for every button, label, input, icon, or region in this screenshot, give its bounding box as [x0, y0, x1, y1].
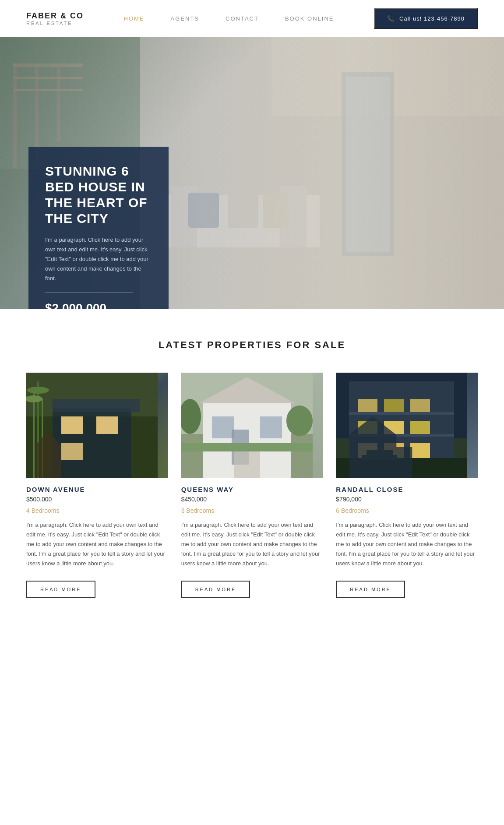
svg-rect-35	[260, 416, 282, 438]
section-title: LATEST PROPERTIES FOR SALE	[26, 339, 478, 351]
hero-description: I'm a paragraph. Click here to add your …	[45, 235, 152, 283]
svg-rect-56	[349, 434, 454, 437]
property-1-price: $500,000	[26, 496, 168, 503]
nav-contact[interactable]: CONTACT	[226, 15, 259, 22]
read-more-button-1[interactable]: READ MORE	[26, 581, 95, 598]
property-3-price: $790,000	[336, 496, 478, 503]
nav-book-online[interactable]: BOOK ONLINE	[285, 15, 334, 22]
svg-rect-12	[188, 193, 219, 228]
property-2-desc: I'm a paragraph. Click here to add your …	[181, 520, 323, 568]
property-1-beds: 4 Bedrooms	[26, 507, 168, 514]
property-3-scene	[336, 373, 478, 478]
hero-divider	[45, 292, 133, 293]
svg-rect-4	[57, 63, 60, 142]
hero-title: STUNNING 6 BED HOUSE IN THE HEART OF THE…	[45, 163, 152, 226]
nav-agents[interactable]: AGENTS	[171, 15, 199, 22]
svg-rect-7	[13, 89, 83, 91]
logo-subtitle: REAL ESTATE	[26, 21, 84, 26]
property-card-1: DOWN AVENUE $500,000 4 Bedrooms I'm a pa…	[26, 373, 168, 598]
phone-icon	[387, 15, 395, 22]
svg-rect-2	[13, 63, 17, 169]
svg-rect-17	[346, 77, 390, 252]
svg-rect-34	[212, 416, 234, 438]
svg-rect-24	[61, 443, 83, 460]
properties-grid: DOWN AVENUE $500,000 4 Bedrooms I'm a pa…	[26, 373, 478, 598]
property-2-scene	[181, 373, 323, 478]
svg-point-38	[286, 405, 313, 436]
property-card-3: RANDALL CLOSE $790,000 6 Bedrooms I'm a …	[336, 373, 478, 598]
svg-rect-23	[96, 416, 118, 434]
hero-price: $2,000,000	[45, 301, 152, 309]
svg-rect-40	[234, 451, 260, 478]
logo: FABER & CO REAL ESTATE	[26, 11, 84, 26]
property-image-2	[181, 373, 323, 478]
svg-rect-53	[336, 458, 467, 478]
property-image-1	[26, 373, 168, 478]
svg-rect-13	[228, 193, 258, 228]
read-more-button-2[interactable]: READ MORE	[181, 581, 250, 598]
svg-rect-14	[263, 193, 289, 228]
property-1-scene	[26, 373, 168, 478]
call-label: Call us! 123-456-7890	[399, 15, 465, 22]
nav-home[interactable]: HOME	[124, 15, 145, 22]
svg-rect-49	[410, 421, 430, 436]
svg-rect-45	[384, 443, 404, 458]
svg-rect-57	[349, 412, 454, 415]
svg-rect-48	[384, 421, 404, 436]
property-image-3	[336, 373, 478, 478]
property-card-2: QUEENS WAY $450,000 3 Bedrooms I'm a par…	[181, 373, 323, 598]
svg-rect-55	[367, 450, 393, 455]
property-1-desc: I'm a paragraph. Click here to add your …	[26, 520, 168, 568]
svg-rect-54	[362, 455, 397, 460]
svg-rect-6	[13, 77, 83, 79]
property-2-price: $450,000	[181, 496, 323, 503]
svg-rect-52	[410, 399, 430, 414]
svg-rect-39	[181, 443, 313, 451]
svg-rect-25	[33, 390, 35, 478]
hero-overlay-box: STUNNING 6 BED HOUSE IN THE HEART OF THE…	[28, 147, 169, 309]
svg-rect-50	[358, 399, 377, 414]
svg-rect-21	[53, 399, 140, 412]
svg-rect-22	[61, 416, 83, 434]
main-nav: HOME AGENTS CONTACT BOOK ONLINE	[124, 15, 334, 22]
call-button[interactable]: Call us! 123-456-7890	[374, 8, 478, 29]
logo-name: FABER & CO	[26, 11, 84, 21]
hero-section: STUNNING 6 BED HOUSE IN THE HEART OF THE…	[0, 37, 504, 309]
svg-rect-5	[13, 63, 83, 67]
svg-rect-46	[410, 443, 430, 458]
property-2-name: QUEENS WAY	[181, 486, 323, 493]
latest-properties-section: LATEST PROPERTIES FOR SALE	[0, 309, 504, 624]
property-1-name: DOWN AVENUE	[26, 486, 168, 493]
svg-rect-51	[384, 399, 404, 414]
property-3-name: RANDALL CLOSE	[336, 486, 478, 493]
property-2-beds: 3 Bedrooms	[181, 507, 323, 514]
svg-point-29	[27, 387, 49, 394]
property-3-beds: 6 Bedrooms	[336, 507, 478, 514]
property-3-desc: I'm a paragraph. Click here to add your …	[336, 520, 478, 568]
svg-rect-47	[358, 421, 377, 436]
site-header: FABER & CO REAL ESTATE HOME AGENTS CONTA…	[0, 0, 504, 37]
svg-rect-44	[358, 443, 377, 458]
read-more-button-3[interactable]: READ MORE	[336, 581, 405, 598]
svg-rect-27	[42, 399, 43, 478]
